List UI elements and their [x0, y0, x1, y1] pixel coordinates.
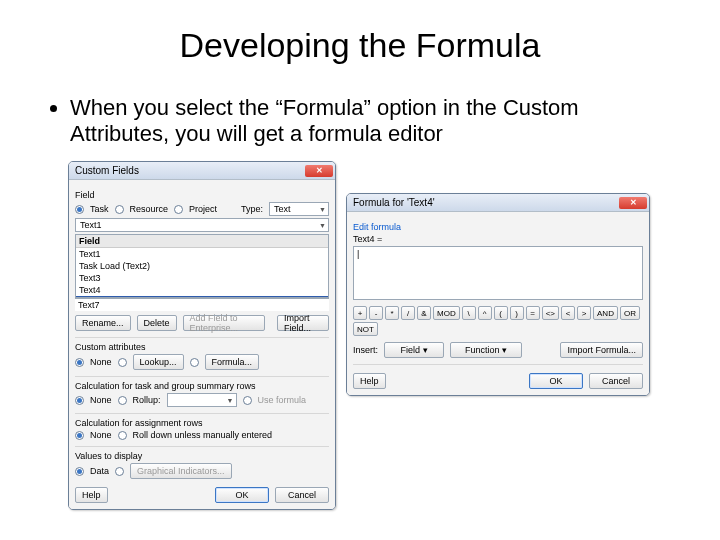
op-neq[interactable]: <> — [542, 306, 559, 320]
graphical-indicators-button: Graphical Indicators... — [130, 463, 232, 479]
slide-title: Developing the Formula — [40, 26, 680, 65]
type-value: Text — [274, 204, 291, 214]
dialog-title: Formula for 'Text4' — [353, 197, 435, 208]
delete-button[interactable]: Delete — [137, 315, 177, 331]
operator-bar: + - * / & MOD \ ^ ( ) = <> < > AND OR NO — [353, 306, 643, 336]
radio-display-data[interactable] — [75, 467, 84, 476]
radio-display-data-label: Data — [90, 466, 109, 476]
radio-summary-none[interactable] — [75, 396, 84, 405]
op-not[interactable]: NOT — [353, 322, 378, 336]
calc-summary-label: Calculation for task and group summary r… — [75, 381, 329, 391]
values-display-label: Values to display — [75, 451, 329, 461]
help-button[interactable]: Help — [353, 373, 386, 389]
field-select-value: Text1 — [80, 220, 102, 230]
op-rparen[interactable]: ) — [510, 306, 524, 320]
custom-fields-dialog: Custom Fields ✕ Field Task Resource Proj… — [68, 161, 336, 510]
titlebar[interactable]: Formula for 'Text4' ✕ — [347, 194, 649, 212]
chevron-down-icon: ▼ — [319, 206, 326, 213]
op-minus[interactable]: - — [369, 306, 383, 320]
import-formula-button[interactable]: Import Formula... — [560, 342, 643, 358]
type-select[interactable]: Text ▼ — [269, 202, 329, 216]
op-backslash[interactable]: \ — [462, 306, 476, 320]
chevron-down-icon: ▼ — [319, 222, 326, 229]
field-section-label: Field — [75, 190, 329, 200]
formula-button[interactable]: Formula... — [205, 354, 260, 370]
field-equals-label: Text4 = — [353, 234, 643, 244]
radio-summary-formula-label: Use formula — [258, 395, 307, 405]
radio-assign-rolldown[interactable] — [118, 431, 127, 440]
close-icon[interactable]: ✕ — [619, 197, 647, 209]
insert-function-button[interactable]: Function ▾ — [450, 342, 522, 358]
op-and[interactable]: AND — [593, 306, 618, 320]
close-icon[interactable]: ✕ — [305, 165, 333, 177]
op-plus[interactable]: + — [353, 306, 367, 320]
calc-assign-label: Calculation for assignment rows — [75, 418, 329, 428]
radio-display-graphical[interactable] — [115, 467, 124, 476]
insert-field-button[interactable]: Field ▾ — [384, 342, 444, 358]
radio-project[interactable] — [174, 205, 183, 214]
op-gt[interactable]: > — [577, 306, 591, 320]
op-caret[interactable]: ^ — [478, 306, 492, 320]
radio-attr-formula[interactable] — [190, 358, 199, 367]
chevron-down-icon: ▼ — [227, 397, 234, 404]
rollup-select: ▼ — [167, 393, 237, 407]
radio-task[interactable] — [75, 205, 84, 214]
import-field-button[interactable]: Import Field... — [277, 315, 329, 331]
dialog-title: Custom Fields — [75, 165, 139, 176]
field-select[interactable]: Text1 ▼ — [75, 218, 329, 232]
radio-summary-rollup-label: Rollup: — [133, 395, 161, 405]
radio-attr-none[interactable] — [75, 358, 84, 367]
radio-assign-none-label: None — [90, 430, 112, 440]
list-item[interactable]: Task Load (Text2) — [76, 260, 328, 272]
op-amp[interactable]: & — [417, 306, 431, 320]
op-lparen[interactable]: ( — [494, 306, 508, 320]
cancel-button[interactable]: Cancel — [275, 487, 329, 503]
type-label: Type: — [241, 204, 263, 214]
ok-button[interactable]: OK — [215, 487, 269, 503]
lookup-button[interactable]: Lookup... — [133, 354, 184, 370]
list-item[interactable]: Text4 — [76, 284, 328, 296]
radio-project-label: Project — [189, 204, 217, 214]
op-mult[interactable]: * — [385, 306, 399, 320]
list-item[interactable]: Text1 — [76, 248, 328, 260]
radio-summary-none-label: None — [90, 395, 112, 405]
formula-textarea[interactable]: | — [353, 246, 643, 300]
custom-attributes-label: Custom attributes — [75, 342, 329, 352]
radio-summary-formula[interactable] — [243, 396, 252, 405]
op-mod[interactable]: MOD — [433, 306, 460, 320]
radio-attr-lookup[interactable] — [118, 358, 127, 367]
rename-button[interactable]: Rename... — [75, 315, 131, 331]
op-div[interactable]: / — [401, 306, 415, 320]
radio-task-label: Task — [90, 204, 109, 214]
radio-resource[interactable] — [115, 205, 124, 214]
radio-attr-none-label: None — [90, 357, 112, 367]
radio-summary-rollup[interactable] — [118, 396, 127, 405]
op-or[interactable]: OR — [620, 306, 640, 320]
list-header: Field — [76, 235, 328, 248]
radio-assign-none[interactable] — [75, 431, 84, 440]
op-eq[interactable]: = — [526, 306, 540, 320]
radio-resource-label: Resource — [130, 204, 169, 214]
list-item[interactable]: Text3 — [76, 272, 328, 284]
radio-assign-rolldown-label: Roll down unless manually entered — [133, 430, 273, 440]
edit-formula-label: Edit formula — [353, 222, 643, 232]
op-lt[interactable]: < — [561, 306, 575, 320]
field-listbox[interactable]: Field Text1 Task Load (Text2) Text3 Text… — [75, 234, 329, 298]
list-item[interactable]: Text7 — [78, 300, 100, 310]
formula-dialog: Formula for 'Text4' ✕ Edit formula Text4… — [346, 193, 650, 396]
ok-button[interactable]: OK — [529, 373, 583, 389]
slide-bullet: When you select the “Formula” option in … — [70, 95, 680, 147]
titlebar[interactable]: Custom Fields ✕ — [69, 162, 335, 180]
insert-label: Insert: — [353, 345, 378, 355]
cancel-button[interactable]: Cancel — [589, 373, 643, 389]
help-button[interactable]: Help — [75, 487, 108, 503]
add-to-enterprise-button: Add Field to Enterprise... — [183, 315, 265, 331]
